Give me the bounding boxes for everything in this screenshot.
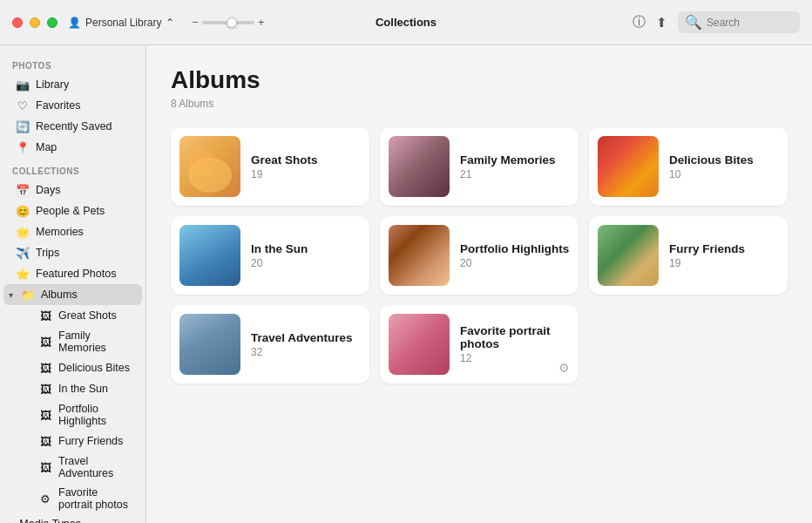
gear-icon[interactable]: ⚙ xyxy=(558,361,570,375)
sidebar-item-library[interactable]: 📷 Library xyxy=(3,74,142,95)
people-pets-icon: 😊 xyxy=(16,204,30,218)
sidebar-item-trips[interactable]: ✈️ Trips xyxy=(3,242,142,263)
sidebar-item-label: Furry Friends xyxy=(58,435,123,447)
album-info: Family Memories 21 xyxy=(460,153,570,180)
great-shots-icon: 🖼 xyxy=(38,309,52,323)
album-thumb-sun xyxy=(179,225,240,286)
sidebar-item-map[interactable]: 📍 Map xyxy=(3,137,142,158)
sidebar-item-recently-saved[interactable]: 🔄 Recently Saved xyxy=(3,116,142,137)
expand-arrow-icon: › xyxy=(9,520,11,524)
album-card-portfolio[interactable]: Portfolio Highlights 20 xyxy=(380,216,579,295)
sidebar-item-label: Media Types xyxy=(19,518,81,523)
sidebar-sub-portrait[interactable]: ⚙ Favorite portrait photos xyxy=(3,483,142,514)
album-info: Favorite portrait photos 12 xyxy=(460,324,570,364)
sidebar-item-favorites[interactable]: ♡ Favorites xyxy=(3,95,142,116)
sidebar-item-label: Map xyxy=(36,141,57,153)
album-name: Great Shots xyxy=(251,153,361,166)
content-area: Albums 8 Albums Great Shots 19 Family Me… xyxy=(146,45,812,523)
sidebar-item-albums[interactable]: ▾ 📁 Albums xyxy=(3,284,142,305)
minimize-button[interactable] xyxy=(30,17,40,28)
sidebar-item-label: Days xyxy=(36,184,60,196)
sidebar-sub-furry-friends[interactable]: 🖼 Furry Friends xyxy=(3,431,142,452)
sidebar-item-featured-photos[interactable]: ⭐ Featured Photos xyxy=(3,263,142,284)
search-box[interactable]: 🔍 xyxy=(678,11,800,33)
album-info: In the Sun 20 xyxy=(251,242,361,269)
sidebar-sub-great-shots[interactable]: 🖼 Great Shots xyxy=(3,305,142,326)
sidebar-item-label: Favorite portrait photos xyxy=(58,486,130,511)
zoom-plus[interactable]: + xyxy=(258,16,265,29)
page-title: Albums xyxy=(171,66,788,94)
albums-icon: 📁 xyxy=(21,288,35,302)
titlebar-right: ⓘ ⬆ 🔍 xyxy=(633,11,800,33)
trips-icon: ✈️ xyxy=(16,246,30,260)
sidebar-item-days[interactable]: 📅 Days xyxy=(3,180,142,200)
sidebar-sub-travel[interactable]: 🖼 Travel Adventures xyxy=(3,452,142,483)
share-icon[interactable]: ⬆ xyxy=(656,15,667,31)
sidebar-sub-in-the-sun[interactable]: 🖼 In the Sun xyxy=(3,378,142,399)
library-label: Personal Library xyxy=(85,17,161,29)
album-thumb-great-shots xyxy=(179,136,240,197)
slider-track[interactable] xyxy=(202,21,254,24)
album-thumb-travel xyxy=(179,314,240,375)
slider-thumb xyxy=(227,17,237,28)
portfolio-icon: 🖼 xyxy=(38,408,52,422)
sidebar-item-people-pets[interactable]: 😊 People & Pets xyxy=(3,200,142,221)
album-count: 20 xyxy=(251,257,361,269)
sidebar-item-label: Portfolio Highlights xyxy=(58,403,130,427)
album-count: 21 xyxy=(460,168,570,180)
recently-saved-icon: 🔄 xyxy=(16,119,30,133)
maximize-button[interactable] xyxy=(47,17,58,28)
memories-icon: 🌟 xyxy=(16,225,30,239)
album-name: Furry Friends xyxy=(669,242,779,255)
travel-icon: 🖼 xyxy=(38,460,52,474)
album-card-furry-friends[interactable]: Furry Friends 19 xyxy=(589,216,788,295)
expand-arrow-icon: ▾ xyxy=(9,290,13,300)
sidebar-sub-delicious-bites[interactable]: 🖼 Delicious Bites xyxy=(3,357,142,378)
album-card-delicious-bites[interactable]: Delicious Bites 10 xyxy=(589,127,788,206)
close-button[interactable] xyxy=(12,17,23,28)
sidebar-item-label: Trips xyxy=(36,247,59,259)
sidebar-item-media-types[interactable]: › Media Types xyxy=(3,514,142,523)
main-layout: Photos 📷 Library ♡ Favorites 🔄 Recently … xyxy=(0,45,812,523)
favorites-icon: ♡ xyxy=(16,98,30,112)
album-card-travel[interactable]: Travel Adventures 32 xyxy=(171,305,369,384)
sidebar-item-memories[interactable]: 🌟 Memories xyxy=(3,221,142,242)
sidebar-item-label: Albums xyxy=(41,289,78,301)
sidebar-item-label: Family Memories xyxy=(58,329,130,354)
titlebar: 👤 Personal Library ⌃ − + Collections ⓘ ⬆… xyxy=(0,0,812,45)
album-name: Portfolio Highlights xyxy=(460,242,570,255)
album-count: 8 Albums xyxy=(171,98,788,110)
library-picker[interactable]: 👤 Personal Library ⌃ xyxy=(68,17,174,29)
album-info: Furry Friends 19 xyxy=(669,242,779,269)
album-card-family-memories[interactable]: Family Memories 21 xyxy=(380,127,579,206)
zoom-slider[interactable]: − + xyxy=(192,16,264,29)
album-grid: Great Shots 19 Family Memories 21 Delici… xyxy=(171,127,788,384)
sidebar-item-label: Library xyxy=(36,78,69,91)
album-card-in-the-sun[interactable]: In the Sun 20 xyxy=(171,216,369,295)
album-thumb-portfolio xyxy=(389,225,450,286)
collections-section-label: Collections xyxy=(0,158,145,180)
chevron-icon: ⌃ xyxy=(166,17,174,29)
sidebar-sub-portfolio[interactable]: 🖼 Portfolio Highlights xyxy=(3,399,142,431)
featured-icon: ⭐ xyxy=(16,267,30,281)
search-input[interactable] xyxy=(707,17,793,29)
album-info: Great Shots 19 xyxy=(251,153,361,180)
titlebar-left: 👤 Personal Library ⌃ − + xyxy=(68,16,265,29)
album-name: Delicious Bites xyxy=(669,153,779,166)
zoom-minus[interactable]: − xyxy=(192,16,199,29)
sidebar-item-label: People & Pets xyxy=(36,205,105,217)
album-card-great-shots[interactable]: Great Shots 19 xyxy=(171,127,369,206)
sidebar-item-label: Memories xyxy=(36,226,84,238)
window-controls xyxy=(12,17,58,28)
sidebar-item-label: Favorites xyxy=(36,99,80,112)
sidebar-item-label: In the Sun xyxy=(58,383,108,395)
sidebar-sub-family-memories[interactable]: 🖼 Family Memories xyxy=(3,326,142,357)
sidebar-item-label: Featured Photos xyxy=(36,268,116,280)
sidebar-item-label: Travel Adventures xyxy=(58,455,130,479)
album-name: In the Sun xyxy=(251,242,361,255)
album-name: Family Memories xyxy=(460,153,570,166)
person-icon: 👤 xyxy=(68,17,81,29)
album-card-portrait[interactable]: Favorite portrait photos 12 ⚙ xyxy=(380,305,579,384)
info-icon[interactable]: ⓘ xyxy=(633,14,646,31)
furry-icon: 🖼 xyxy=(38,434,52,448)
